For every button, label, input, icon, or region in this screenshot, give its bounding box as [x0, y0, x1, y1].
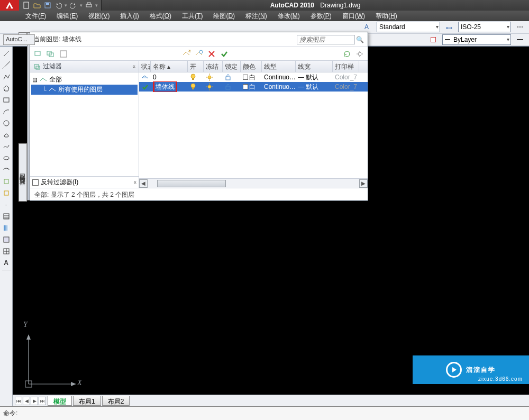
revcloud-icon[interactable]: [2, 130, 11, 140]
settings-icon[interactable]: [355, 49, 364, 59]
arc-icon[interactable]: [2, 107, 11, 116]
menu-w[interactable]: 窗口(W): [337, 11, 370, 22]
watermark-sub: zixue.3d66.com: [478, 376, 523, 382]
point-icon[interactable]: ·: [2, 200, 11, 209]
dialog-grip[interactable]: [27, 32, 30, 200]
tab-nav-last[interactable]: ⏭: [39, 397, 46, 405]
scroll-left-icon[interactable]: ◀: [139, 179, 148, 188]
menu-e[interactable]: 编辑(E): [51, 11, 83, 22]
invert-filter-checkbox[interactable]: [32, 179, 39, 186]
dim-style-icon[interactable]: [443, 22, 455, 32]
column-header[interactable]: 开: [188, 61, 204, 72]
new-layer-freeze-icon[interactable]: [194, 49, 204, 59]
layer-states-icon[interactable]: [59, 49, 68, 59]
construction-line-icon[interactable]: [2, 60, 11, 70]
menu-f[interactable]: 文件(F): [20, 11, 51, 22]
tree-item-used[interactable]: └ 所有使用的图层: [31, 85, 138, 95]
y-axis-label: Y: [23, 321, 28, 329]
ellipse-arc-icon[interactable]: [2, 165, 11, 175]
tree-item-all[interactable]: ⊟ 全部: [31, 75, 138, 85]
rectangle-icon[interactable]: [2, 95, 11, 105]
tab-model[interactable]: 模型: [48, 396, 72, 406]
spline-icon[interactable]: [2, 142, 11, 151]
column-header[interactable]: 线型: [262, 61, 296, 72]
x-axis-label: X: [77, 379, 82, 387]
column-header[interactable]: 线宽: [296, 61, 333, 72]
new-layer-icon[interactable]: ✶: [181, 49, 191, 59]
open-icon[interactable]: [33, 1, 41, 10]
polyline-icon[interactable]: [2, 72, 11, 81]
color-icon[interactable]: [427, 34, 439, 45]
command-line[interactable]: 命令:: [0, 406, 529, 420]
menu-h[interactable]: 帮助(H): [370, 11, 403, 22]
menu-d[interactable]: 绘图(D): [208, 11, 240, 22]
hatch-icon[interactable]: [2, 212, 11, 221]
dropdown-icon[interactable]: ▾: [65, 3, 67, 8]
draw-toolbar: · A: [0, 47, 13, 406]
menu-i[interactable]: 插入(I): [115, 11, 144, 22]
menu-n[interactable]: 标注(N): [240, 11, 272, 22]
filter-header[interactable]: 过滤器 «: [30, 61, 139, 72]
text-icon[interactable]: A: [2, 258, 11, 268]
new-filter-icon[interactable]: [33, 49, 43, 59]
layer-list[interactable]: 0 白Continuo…— 默认Color_7墙体线 白Continuo…— 默…: [139, 72, 368, 178]
circle-icon[interactable]: [2, 118, 11, 128]
polygon-icon[interactable]: [2, 84, 11, 93]
refresh-icon[interactable]: [342, 49, 352, 59]
menu-t[interactable]: 工具(T): [177, 11, 208, 22]
layer-row[interactable]: 墙体线 白Continuo…— 默认Color_7: [139, 82, 368, 92]
layer-hscrollbar[interactable]: ◀ ▶: [139, 178, 368, 188]
set-current-icon[interactable]: [220, 49, 229, 59]
scroll-thumb[interactable]: [157, 180, 226, 187]
new-group-filter-icon[interactable]: [46, 49, 56, 59]
scroll-right-icon[interactable]: ▶: [359, 179, 368, 188]
collapse-icon[interactable]: «: [133, 179, 136, 185]
column-header[interactable]: 打印样: [333, 61, 359, 72]
dim-style-combo[interactable]: ISO-25▾: [458, 22, 511, 32]
tab-nav-first[interactable]: ⏮: [15, 397, 22, 405]
print-icon[interactable]: [85, 1, 93, 10]
gradient-icon[interactable]: [2, 223, 11, 233]
menu-m[interactable]: 修改(M): [272, 11, 305, 22]
menu-v[interactable]: 视图(V): [83, 11, 115, 22]
tab-layout2[interactable]: 布局2: [102, 396, 130, 406]
tab-layout1[interactable]: 布局1: [73, 396, 101, 406]
insert-block-icon[interactable]: [2, 177, 11, 186]
delete-layer-icon[interactable]: [207, 49, 216, 59]
column-header[interactable]: 颜色: [241, 61, 262, 72]
text-style-icon[interactable]: A: [362, 22, 373, 32]
document-tab[interactable]: AutoC…: [3, 34, 35, 45]
column-header[interactable]: 锁定: [223, 61, 241, 72]
menu-o[interactable]: 格式(O): [144, 11, 177, 22]
layer-row[interactable]: 0 白Continuo…— 默认Color_7: [139, 72, 368, 82]
more-icon[interactable]: ⋯: [514, 22, 526, 32]
column-header[interactable]: 冻结: [204, 61, 223, 72]
tree-all-label: 全部: [49, 75, 62, 84]
menu-p[interactable]: 参数(P): [305, 11, 337, 22]
search-icon[interactable]: 🔍: [355, 35, 364, 44]
ellipse-icon[interactable]: [2, 153, 11, 163]
new-icon[interactable]: [22, 1, 31, 10]
redo-icon[interactable]: [69, 1, 78, 10]
app-logo[interactable]: [0, 0, 19, 11]
lineweight-icon[interactable]: [514, 34, 526, 45]
search-layer-input[interactable]: [297, 35, 355, 44]
tab-nav-next[interactable]: ▶: [31, 397, 38, 405]
make-block-icon[interactable]: [2, 188, 11, 198]
table-icon[interactable]: [2, 246, 11, 256]
column-header[interactable]: 状态: [139, 61, 151, 72]
save-icon[interactable]: [43, 1, 52, 10]
region-icon[interactable]: [2, 235, 11, 244]
svg-text:A: A: [364, 23, 369, 31]
line-tool-icon[interactable]: [2, 49, 11, 58]
text-style-combo[interactable]: Standard▾: [377, 22, 440, 32]
bylayer-combo[interactable]: ByLayer▾: [442, 34, 511, 45]
tab-nav-prev[interactable]: ◀: [23, 397, 30, 405]
filter-tree[interactable]: ⊟ 全部 └ 所有使用的图层: [30, 72, 139, 176]
dropdown-icon[interactable]: ▾: [80, 3, 83, 8]
dialog-header: 当前图层: 墙体线 🔍: [30, 32, 368, 47]
undo-icon[interactable]: [54, 1, 62, 10]
dropdown-icon[interactable]: ▾: [95, 3, 98, 8]
collapse-icon[interactable]: «: [132, 63, 135, 69]
column-header[interactable]: 名称 ▴: [151, 61, 188, 72]
